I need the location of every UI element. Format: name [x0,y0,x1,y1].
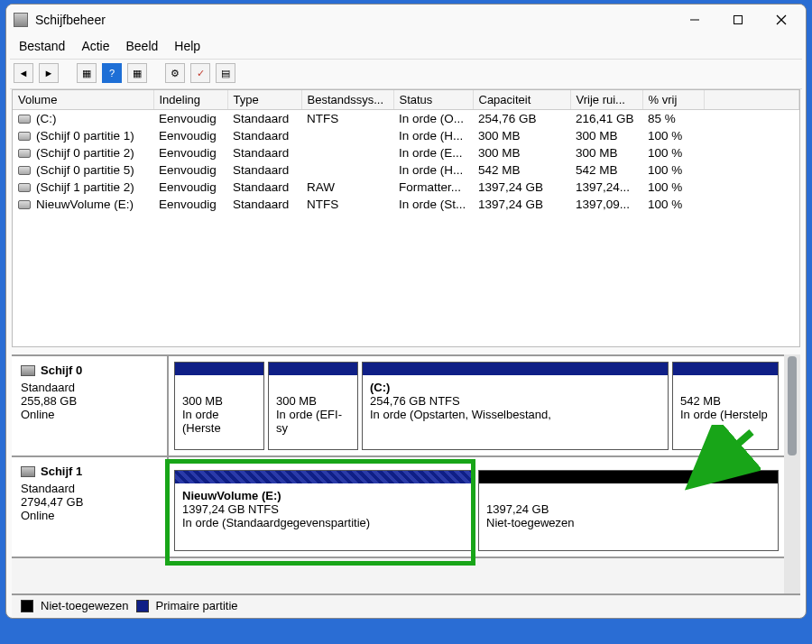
volume-type: Standaard [227,127,301,144]
volume-capacity: 1397,24 GB [473,196,570,213]
col-type[interactable]: Type [227,90,301,110]
volume-type: Standaard [227,144,301,161]
volume-row[interactable]: (Schijf 0 partitie 2)EenvoudigStandaardI… [13,144,799,161]
legend: Niet-toegewezen Primaire partitie [12,593,800,618]
volume-layout: Eenvoudig [153,144,227,161]
disk-icon [21,365,35,376]
disk0-partition-4[interactable]: 542 MBIn orde (Herstelp [672,362,779,450]
volume-icon [18,166,31,175]
disk-management-window: Schijfbeheer Bestand Actie Beeld Help ◄ … [5,4,807,619]
volume-pct: 85 % [642,110,704,128]
svg-rect-1 [734,16,743,24]
column-headers[interactable]: Volume Indeling Type Bestandssys... Stat… [13,90,799,110]
volume-free: 1397,09... [570,196,642,213]
volume-pct: 100 % [642,127,704,144]
menu-view[interactable]: Beeld [126,39,159,53]
menu-file[interactable]: Bestand [19,39,65,53]
volume-icon [18,132,31,141]
volume-pct: 100 % [642,179,704,196]
scrollbar-thumb[interactable] [788,356,797,455]
titlebar[interactable]: Schijfbeheer [6,5,806,35]
col-layout[interactable]: Indeling [153,90,227,110]
disk0-partition-1[interactable]: 300 MBIn orde (Herste [174,362,264,450]
show-hide-tree-button[interactable]: ▦ [77,63,97,83]
volume-fs: RAW [301,179,393,196]
disk1-unallocated[interactable]: 1397,24 GBNiet-toegewezen [478,470,779,551]
volume-status: In orde (H... [393,127,473,144]
col-capacity[interactable]: Capaciteit [473,90,570,110]
close-button[interactable] [761,5,802,34]
refresh-button[interactable]: ▦ [127,63,147,83]
volume-icon [18,183,31,192]
volume-row[interactable]: (Schijf 0 partitie 1)EenvoudigStandaardI… [13,127,799,144]
volume-status: In orde (St... [393,196,473,213]
volume-type: Standaard [227,196,301,213]
volume-fs [301,144,393,161]
disk0-partition-2[interactable]: 300 MBIn orde (EFI-sy [268,362,358,450]
volume-fs [301,127,393,144]
disk-row-0[interactable]: Schijf 0 Standaard 255,88 GB Online 300 … [12,356,784,457]
volume-status: In orde (E... [393,144,473,161]
menu-action[interactable]: Actie [81,39,109,53]
volume-type: Standaard [227,161,301,179]
legend-swatch-unallocated [21,600,33,612]
back-button[interactable]: ◄ [14,63,33,83]
volume-status: In orde (H... [393,161,473,179]
volume-name: (Schijf 1 partitie 2) [36,180,134,194]
volume-layout: Eenvoudig [153,110,227,128]
disk1-partition-e[interactable]: NieuwVolume (E:)1397,24 GB NTFSIn orde (… [174,470,475,551]
maximize-button[interactable] [717,5,759,34]
volume-capacity: 1397,24 GB [473,179,570,196]
volume-type: Standaard [227,110,301,128]
volume-icon [18,115,31,124]
col-volume[interactable]: Volume [13,90,153,110]
volume-list[interactable]: Volume Indeling Type Bestandssys... Stat… [12,89,800,347]
volume-type: Standaard [227,179,301,196]
disk-1-label[interactable]: Schijf 1 Standaard 2794,47 GB Online [12,457,169,557]
legend-swatch-primary [136,600,149,612]
volume-name: (C:) [36,112,57,125]
minimize-button[interactable] [674,5,715,34]
window-title: Schijfbeheer [35,13,106,27]
volume-layout: Eenvoudig [153,196,227,213]
volume-row[interactable]: (C:)EenvoudigStandaardNTFSIn orde (O...2… [13,110,799,128]
check-button[interactable]: ✓ [190,63,210,83]
disk-graphical-view: Schijf 0 Standaard 255,88 GB Online 300 … [12,354,800,593]
volume-free: 216,41 GB [570,110,642,128]
disk0-partition-c[interactable]: (C:)254,76 GB NTFSIn orde (Opstarten, Wi… [362,362,669,450]
volume-icon [18,200,31,209]
disk-row-1[interactable]: Schijf 1 Standaard 2794,47 GB Online Nie… [12,457,784,558]
volume-pct: 100 % [642,144,704,161]
list-button[interactable]: ▤ [216,63,235,83]
volume-capacity: 300 MB [473,144,570,161]
volume-status: Formatter... [393,179,473,196]
volume-name: (Schijf 0 partitie 2) [36,146,134,160]
disk-0-label[interactable]: Schijf 0 Standaard 255,88 GB Online [12,356,169,455]
col-filesystem[interactable]: Bestandssys... [301,90,393,110]
col-pct[interactable]: % vrij [642,90,704,110]
settings-button[interactable]: ⚙ [165,63,185,83]
help-button[interactable]: ? [102,63,122,83]
volume-capacity: 254,76 GB [473,110,570,128]
menubar: Bestand Actie Beeld Help [6,35,806,59]
volume-row[interactable]: (Schijf 1 partitie 2)EenvoudigStandaardR… [13,179,799,196]
forward-button[interactable]: ► [39,63,59,83]
volume-row[interactable]: (Schijf 0 partitie 5)EenvoudigStandaardI… [13,161,799,179]
volume-layout: Eenvoudig [153,127,227,144]
volume-capacity: 300 MB [473,127,570,144]
volume-layout: Eenvoudig [153,179,227,196]
volume-free: 300 MB [570,127,642,144]
vertical-scrollbar[interactable] [784,354,800,593]
volume-pct: 100 % [642,161,704,179]
volume-fs: NTFS [301,110,393,128]
col-status[interactable]: Status [393,90,473,110]
volume-free: 1397,24... [570,179,642,196]
col-free[interactable]: Vrije rui... [570,90,642,110]
volume-row[interactable]: NieuwVolume (E:)EenvoudigStandaardNTFSIn… [13,196,799,213]
volume-name: (Schijf 0 partitie 5) [36,163,134,177]
menu-help[interactable]: Help [174,39,200,53]
disk-icon [21,466,35,477]
legend-primary: Primaire partitie [156,599,238,612]
app-icon [14,13,28,27]
volume-free: 542 MB [570,161,642,179]
